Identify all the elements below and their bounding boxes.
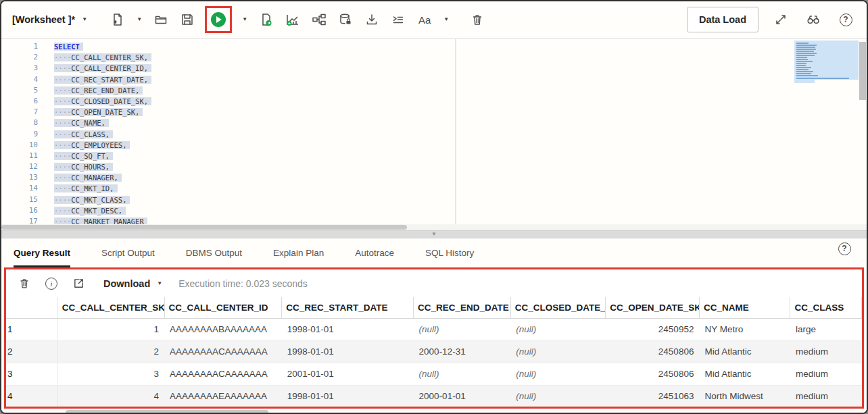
download-editor-button[interactable] xyxy=(362,9,382,30)
pane-splitter[interactable]: ▼ xyxy=(1,230,867,238)
line-number: 3 xyxy=(1,63,41,74)
format-icon xyxy=(391,13,405,26)
download-dropdown[interactable]: Download ▼ xyxy=(103,278,162,289)
scrollbar-thumb[interactable] xyxy=(66,410,268,414)
toolbar-icon-group: ▼ ▼ xyxy=(107,6,487,33)
column-header-rownum[interactable] xyxy=(6,297,57,318)
editor-pane-divider xyxy=(455,39,456,224)
open-file-button[interactable] xyxy=(151,9,171,30)
column-header[interactable]: CC_NAME xyxy=(699,297,790,318)
chevron-down-icon: ▼ xyxy=(443,17,449,22)
line-number: 12 xyxy=(1,161,41,172)
tab-sql-history[interactable]: SQL History xyxy=(425,238,474,267)
text-case-icon: Aa xyxy=(418,14,431,26)
scrollbar-thumb[interactable] xyxy=(1,225,407,230)
expand-button[interactable] xyxy=(771,9,791,30)
tab-script-output[interactable]: Script Output xyxy=(101,238,155,267)
code-line: CC_CLASS, xyxy=(54,129,867,140)
chevron-down-icon: ▼ xyxy=(82,17,87,22)
editor-horizontal-scrollbar[interactable] xyxy=(1,224,867,230)
run-statement-highlight-box xyxy=(205,6,232,33)
trash-icon xyxy=(471,13,484,26)
clear-worksheet-button[interactable] xyxy=(467,9,487,30)
header-row: CC_CALL_CENTER_SK CC_CALL_CENTER_ID CC_R… xyxy=(6,297,862,318)
table-row[interactable]: 1 1 AAAAAAAABAAAAAAA 1998-01-01 (null) (… xyxy=(6,318,862,340)
result-info-button[interactable]: i xyxy=(43,275,60,292)
database-actions-button[interactable] xyxy=(335,9,356,30)
open-in-new-tab-button[interactable] xyxy=(70,275,87,292)
find-button[interactable] xyxy=(803,9,823,30)
result-horizontal-scrollbar[interactable] xyxy=(1,409,867,413)
clear-result-button[interactable] xyxy=(16,275,33,292)
tab-autotrace[interactable]: Autotrace xyxy=(355,238,394,267)
new-worksheet-menu[interactable]: ▼ xyxy=(134,9,145,30)
tab-explain-plan[interactable]: Explain Plan xyxy=(273,238,324,267)
code-line: CC_CALL_CENTER_SK, xyxy=(54,52,867,63)
new-file-icon xyxy=(111,13,124,26)
code-line: CC_MKT_DESC, xyxy=(54,205,867,216)
explain-plan-button[interactable] xyxy=(283,9,303,30)
scrollbar-thumb[interactable] xyxy=(859,42,866,100)
save-icon xyxy=(180,13,194,26)
column-header[interactable]: CC_CALL_CENTER_SK xyxy=(57,297,164,318)
code-line: CC_CLOSED_DATE_SK, xyxy=(54,96,867,107)
help-icon: ? xyxy=(840,14,852,26)
run-script-icon xyxy=(260,13,273,26)
download-icon xyxy=(365,13,379,26)
sql-editor[interactable]: 1 2 3 4 5 6 7 8 9 10 11 12 13 14 15 16 1… xyxy=(1,39,867,224)
line-number: 5 xyxy=(1,85,41,96)
new-worksheet-button[interactable] xyxy=(107,9,128,30)
run-play-icon xyxy=(211,12,226,27)
toolbar-right-group: Data Load ? xyxy=(687,7,856,32)
run-statement-button[interactable] xyxy=(208,9,228,30)
autotrace-button[interactable] xyxy=(309,9,329,30)
line-number: 6 xyxy=(1,96,41,107)
tab-query-result[interactable]: Query Result xyxy=(14,238,70,267)
result-help-button[interactable]: ? xyxy=(834,238,854,259)
execution-time: Execution time: 0.023 seconds xyxy=(178,278,308,289)
column-header[interactable]: CC_CLOSED_DATE_SI xyxy=(510,297,606,318)
code-line: CC_OPEN_DATE_SK, xyxy=(54,107,867,118)
text-case-button[interactable]: Aa xyxy=(414,9,435,30)
save-button[interactable] xyxy=(177,9,197,30)
chevron-down-icon: ▼ xyxy=(242,17,247,22)
code-line: CC_HOURS, xyxy=(54,161,867,172)
chevron-down-icon: ▼ xyxy=(137,17,142,22)
line-number: 1 xyxy=(1,41,41,52)
result-toolbar: i Download ▼ Execution time: 0.023 secon… xyxy=(6,269,862,297)
text-case-menu[interactable]: ▼ xyxy=(441,9,452,30)
line-number: 10 xyxy=(1,140,41,151)
run-menu[interactable]: ▼ xyxy=(239,9,250,30)
code-line: CC_MKT_CLASS, xyxy=(54,195,867,205)
run-script-button[interactable] xyxy=(256,9,276,30)
column-header[interactable]: CC_REC_END_DATE xyxy=(414,297,511,318)
code-line: SELECT xyxy=(54,41,867,52)
column-header[interactable]: CC_OPEN_DATE_SK xyxy=(606,297,700,318)
chevron-down-icon: ▼ xyxy=(157,281,162,286)
column-header[interactable]: CC_CALL_CENTER_ID xyxy=(164,297,282,318)
worksheet-selector[interactable]: [Worksheet ]* ▼ xyxy=(11,11,89,28)
result-tabs: Query Result Script Output DBMS Output E… xyxy=(1,238,867,267)
table-row[interactable]: 2 2 AAAAAAAACAAAAAAA 1998-01-01 2000-12-… xyxy=(6,340,862,363)
minimap[interactable] xyxy=(794,41,859,80)
sql-worksheet-window: [Worksheet ]* ▼ ▼ xyxy=(0,0,868,414)
line-number: 11 xyxy=(1,151,41,161)
column-header[interactable]: CC_REC_START_DATE xyxy=(282,297,414,318)
tab-dbms-output[interactable]: DBMS Output xyxy=(186,238,242,267)
line-number: 9 xyxy=(1,129,41,140)
help-button[interactable]: ? xyxy=(836,9,856,30)
result-table: CC_CALL_CENTER_SK CC_CALL_CENTER_ID CC_R… xyxy=(6,297,862,408)
column-header[interactable]: CC_CLASS xyxy=(790,297,862,318)
data-load-button[interactable]: Data Load xyxy=(687,7,758,32)
database-lock-icon xyxy=(339,13,352,26)
autotrace-icon xyxy=(312,13,327,26)
table-row[interactable]: 3 3 AAAAAAAACAAAAAAA 2001-01-01 (null) (… xyxy=(6,363,862,385)
table-row[interactable]: 4 4 AAAAAAAAEAAAAAAA 1998-01-01 2000-01-… xyxy=(6,385,862,407)
splitter-collapse-icon[interactable]: ▼ xyxy=(431,232,437,237)
editor-vertical-scrollbar[interactable] xyxy=(859,42,866,220)
line-number: 13 xyxy=(1,172,41,183)
code-lines: SELECT CC_CALL_CENTER_SK, CC_CALL_CENTER… xyxy=(41,39,867,224)
trash-icon xyxy=(18,277,30,290)
format-button[interactable] xyxy=(388,9,408,30)
code-line: CC_CALL_CENTER_ID, xyxy=(54,63,867,74)
